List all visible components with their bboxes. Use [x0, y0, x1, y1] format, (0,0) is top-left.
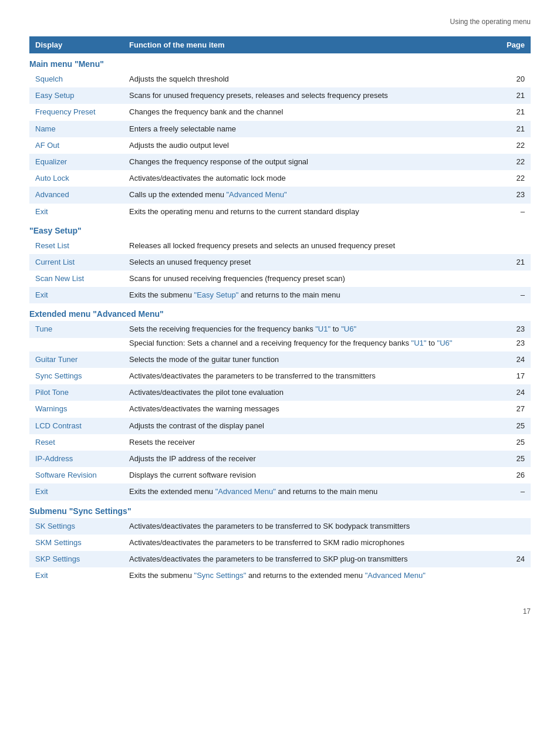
table-row: Pilot ToneActivates/deactivates the pilo… — [29, 384, 531, 401]
cell-page — [501, 271, 531, 287]
page-number: 17 — [29, 607, 531, 616]
cell-page: 21 — [501, 87, 531, 104]
cell-function: Exits the submenu "Easy Setup" and retur… — [123, 287, 501, 303]
cell-display: Reset — [29, 434, 123, 451]
cell-display: Equalizer — [29, 154, 123, 170]
cell-display: Warnings — [29, 401, 123, 417]
cell-function: Changes the frequency response of the ou… — [123, 154, 501, 170]
cell-page: 20 — [501, 71, 531, 87]
cell-display: Easy Setup — [29, 87, 123, 104]
cell-function: Sets the receiving frequencies for the f… — [123, 321, 501, 337]
table-row: Scan New ListScans for unused receiving … — [29, 271, 531, 287]
cell-display: Advanced — [29, 187, 123, 203]
table-row: LCD ContrastAdjusts the contrast of the … — [29, 418, 531, 434]
cell-display: Software Revision — [29, 467, 123, 483]
table-row: ExitExits the operating menu and returns… — [29, 204, 531, 220]
cell-function: Calls up the extended menu "Advanced Men… — [123, 187, 501, 203]
cell-function: Activates/deactivates the parameters to … — [123, 368, 501, 384]
table-row: Frequency PresetChanges the frequency ba… — [29, 104, 531, 120]
table-row: WarningsActivates/deactivates the warnin… — [29, 401, 531, 417]
cell-display: SKP Settings — [29, 551, 123, 567]
cell-function: Adjusts the contrast of the display pane… — [123, 418, 501, 434]
cell-display: Reset List — [29, 238, 123, 254]
cell-function: Activates/deactivates the parameters to … — [123, 551, 501, 567]
cell-display: Pilot Tone — [29, 384, 123, 401]
cell-function: Activates/deactivates the automatic lock… — [123, 170, 501, 187]
cell-page: 24 — [501, 384, 531, 401]
section-header-main-menu: Main menu "Menu" — [29, 53, 531, 71]
table-row: Guitar TunerSelects the mode of the guit… — [29, 351, 531, 368]
cell-function: Adjusts the IP address of the receiver — [123, 451, 501, 467]
section-header-advanced-menu: Extended menu "Advanced Menu" — [29, 303, 531, 321]
cell-function: Activates/deactivates the parameters to … — [123, 518, 501, 535]
cell-function: Selects an unused frequency preset — [123, 254, 501, 271]
table-row: Special function: Sets a channel and a r… — [29, 338, 531, 351]
cell-page: 17 — [501, 368, 531, 384]
table-row: EqualizerChanges the frequency response … — [29, 154, 531, 170]
cell-page: 21 — [501, 121, 531, 137]
page-header: Using the operating menu — [29, 18, 531, 26]
cell-page: 25 — [501, 451, 531, 467]
cell-display: Guitar Tuner — [29, 351, 123, 368]
table-row: NameEnters a freely selectable name21 — [29, 121, 531, 137]
cell-display: Scan New List — [29, 271, 123, 287]
table-row: SK SettingsActivates/deactivates the par… — [29, 518, 531, 535]
cell-function: Activates/deactivates the warning messag… — [123, 401, 501, 417]
table-row: Auto LockActivates/deactivates the autom… — [29, 170, 531, 187]
table-row: ResetResets the receiver25 — [29, 434, 531, 451]
cell-function: Releases all locked frequency presets an… — [123, 238, 501, 254]
cell-page: 21 — [501, 254, 531, 271]
cell-page — [501, 238, 531, 254]
cell-page — [501, 535, 531, 551]
cell-display: SKM Settings — [29, 535, 123, 551]
table-row: ExitExits the submenu "Easy Setup" and r… — [29, 287, 531, 303]
cell-page: 24 — [501, 351, 531, 368]
table-row: Sync SettingsActivates/deactivates the p… — [29, 368, 531, 384]
cell-page: 25 — [501, 418, 531, 434]
cell-function: Adjusts the squelch threshold — [123, 71, 501, 87]
cell-page2: 23 — [501, 338, 531, 351]
cell-function: Displays the current software revision — [123, 467, 501, 483]
cell-function: Activates/deactivates the parameters to … — [123, 535, 501, 551]
cell-function: Enters a freely selectable name — [123, 121, 501, 137]
cell-display: Squelch — [29, 71, 123, 87]
cell-function: Activates/deactivates the pilot tone eva… — [123, 384, 501, 401]
cell-display: Exit — [29, 567, 123, 584]
col-header-display: Display — [29, 36, 123, 53]
cell-page: 23 — [501, 187, 531, 203]
cell-display: IP-Address — [29, 451, 123, 467]
table-row: SKP SettingsActivates/deactivates the pa… — [29, 551, 531, 567]
cell-page: 27 — [501, 401, 531, 417]
cell-page: – — [501, 204, 531, 220]
cell-function2: Special function: Sets a channel and a r… — [123, 338, 501, 351]
cell-function: Scans for unused frequency presets, rele… — [123, 87, 501, 104]
cell-page: 22 — [501, 154, 531, 170]
cell-display: Tune — [29, 321, 123, 337]
cell-page: – — [501, 287, 531, 303]
table-row: SKM SettingsActivates/deactivates the pa… — [29, 535, 531, 551]
cell-function: Selects the mode of the guitar tuner fun… — [123, 351, 501, 368]
table-row: Software RevisionDisplays the current so… — [29, 467, 531, 483]
table-row: IP-AddressAdjusts the IP address of the … — [29, 451, 531, 467]
table-row: Reset ListReleases all locked frequency … — [29, 238, 531, 254]
cell-display: Exit — [29, 204, 123, 220]
cell-display-empty — [29, 338, 123, 351]
cell-function: Exits the extended menu "Advanced Menu" … — [123, 483, 501, 500]
cell-display: Frequency Preset — [29, 104, 123, 120]
cell-page — [501, 567, 531, 584]
cell-page: 23 — [501, 321, 531, 337]
section-header-easy-setup: "Easy Setup" — [29, 220, 531, 238]
section-header-sync-settings: Submenu "Sync Settings" — [29, 501, 531, 518]
cell-page: 21 — [501, 104, 531, 120]
cell-page: 22 — [501, 137, 531, 154]
menu-table: Display Function of the menu item Page M… — [29, 36, 531, 584]
table-row: AF OutAdjusts the audio output level22 — [29, 137, 531, 154]
table-row: ExitExits the submenu "Sync Settings" an… — [29, 567, 531, 584]
cell-function: Exits the submenu "Sync Settings" and re… — [123, 567, 501, 584]
cell-page: 22 — [501, 170, 531, 187]
cell-page — [501, 518, 531, 535]
cell-function: Resets the receiver — [123, 434, 501, 451]
cell-function: Changes the frequency bank and the chann… — [123, 104, 501, 120]
cell-display: SK Settings — [29, 518, 123, 535]
table-row: Easy SetupScans for unused frequency pre… — [29, 87, 531, 104]
